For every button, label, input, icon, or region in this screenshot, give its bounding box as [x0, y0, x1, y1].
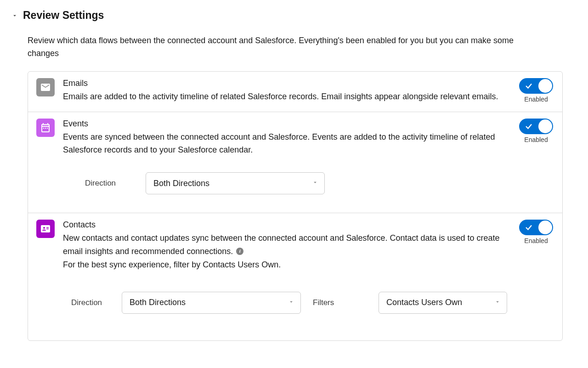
events-direction-select[interactable]: Both Directions [146, 172, 325, 194]
info-icon[interactable]: i [236, 248, 243, 255]
events-toggle[interactable] [519, 119, 553, 134]
events-description: Events are synced between the connected … [63, 130, 510, 157]
contacts-filters-label: Filters [313, 298, 334, 307]
emails-toggle-label: Enabled [524, 96, 548, 103]
events-title: Events [63, 119, 510, 129]
contacts-desc-line1: New contacts and contact updates sync be… [63, 233, 500, 256]
contacts-direction-value: Both Directions [130, 298, 186, 307]
emails-description: Emails are added to the activity timelin… [63, 90, 510, 103]
contacts-desc-line2: For the best sync experience, filter by … [63, 260, 281, 269]
contacts-toggle-label: Enabled [524, 237, 548, 244]
check-icon [525, 122, 533, 130]
page-description: Review which data flows between the conn… [28, 34, 537, 60]
calendar-icon [36, 119, 55, 137]
emails-title: Emails [63, 79, 510, 88]
contacts-direction-label: Direction [63, 298, 113, 307]
collapse-chevron-icon[interactable] [11, 12, 18, 19]
events-direction-label: Direction [63, 179, 136, 188]
emails-card: Emails Emails are added to the activity … [28, 72, 562, 112]
contacts-description: New contacts and contact updates sync be… [63, 232, 510, 271]
contact-card-icon [36, 220, 55, 238]
events-toggle-label: Enabled [524, 136, 548, 143]
contacts-title: Contacts [63, 220, 510, 230]
email-icon [36, 78, 55, 96]
contacts-toggle[interactable] [519, 220, 553, 235]
events-card: Events Events are synced between the con… [28, 112, 562, 214]
events-direction-value: Both Directions [153, 179, 209, 188]
check-icon [525, 223, 533, 232]
contacts-direction-select[interactable]: Both Directions [122, 292, 301, 314]
emails-toggle[interactable] [519, 78, 553, 94]
settings-card-list: Emails Emails are added to the activity … [28, 71, 563, 341]
check-icon [525, 82, 533, 90]
contacts-card: Contacts New contacts and contact update… [28, 213, 562, 340]
contacts-filters-select[interactable]: Contacts Users Own [379, 292, 507, 314]
contacts-filters-value: Contacts Users Own [386, 298, 462, 307]
page-title: Review Settings [23, 9, 104, 22]
